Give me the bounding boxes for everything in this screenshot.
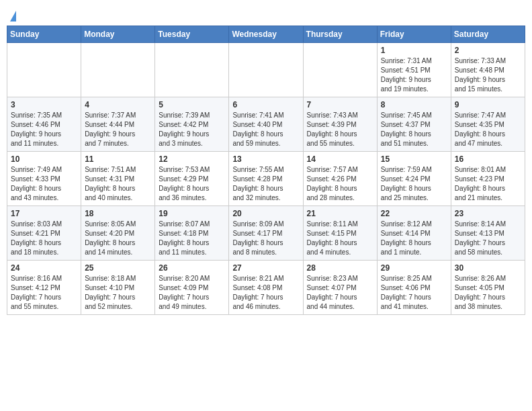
day-info: Sunrise: 7:55 AM Sunset: 4:28 PM Dayligh… [232,165,299,203]
day-number: 1 [381,46,447,55]
calendar-header: SundayMondayTuesdayWednesdayThursdayFrid… [7,26,525,43]
calendar-cell: 17Sunrise: 8:03 AM Sunset: 4:21 PM Dayli… [7,206,81,261]
calendar-cell: 6Sunrise: 7:41 AM Sunset: 4:40 PM Daylig… [229,97,303,152]
calendar-cell: 12Sunrise: 7:53 AM Sunset: 4:29 PM Dayli… [155,152,229,206]
day-info: Sunrise: 8:01 AM Sunset: 4:23 PM Dayligh… [455,165,521,203]
page-header [7,7,525,21]
day-number: 15 [381,154,447,164]
day-info: Sunrise: 8:20 AM Sunset: 4:09 PM Dayligh… [159,274,225,312]
day-number: 4 [85,100,151,109]
day-info: Sunrise: 7:59 AM Sunset: 4:24 PM Dayligh… [381,165,447,203]
day-info: Sunrise: 8:23 AM Sunset: 4:07 PM Dayligh… [307,274,373,312]
calendar-cell: 7Sunrise: 7:43 AM Sunset: 4:39 PM Daylig… [303,97,377,152]
calendar-cell: 25Sunrise: 8:18 AM Sunset: 4:10 PM Dayli… [81,261,155,315]
day-of-week-header: Saturday [451,26,525,43]
calendar-cell: 23Sunrise: 8:14 AM Sunset: 4:13 PM Dayli… [451,206,525,261]
day-info: Sunrise: 7:53 AM Sunset: 4:29 PM Dayligh… [159,165,225,203]
day-info: Sunrise: 7:37 AM Sunset: 4:44 PM Dayligh… [85,111,151,148]
day-info: Sunrise: 7:43 AM Sunset: 4:39 PM Dayligh… [307,111,373,148]
calendar-cell: 1Sunrise: 7:31 AM Sunset: 4:51 PM Daylig… [377,43,451,97]
day-info: Sunrise: 8:03 AM Sunset: 4:21 PM Dayligh… [11,220,77,257]
calendar-cell: 26Sunrise: 8:20 AM Sunset: 4:09 PM Dayli… [155,261,229,315]
day-number: 10 [11,154,77,164]
calendar-cell [81,43,155,97]
calendar-cell [155,43,229,97]
day-of-week-header: Sunday [7,26,81,43]
day-number: 14 [307,154,373,164]
day-info: Sunrise: 8:16 AM Sunset: 4:12 PM Dayligh… [11,274,77,312]
day-info: Sunrise: 7:47 AM Sunset: 4:35 PM Dayligh… [455,111,521,148]
day-number: 13 [232,154,299,164]
day-info: Sunrise: 8:07 AM Sunset: 4:18 PM Dayligh… [159,220,225,257]
day-of-week-header: Monday [81,26,155,43]
calendar-cell [229,43,303,97]
calendar-cell: 20Sunrise: 8:09 AM Sunset: 4:17 PM Dayli… [229,206,303,261]
day-of-week-header: Thursday [303,26,377,43]
day-number: 7 [307,100,373,109]
day-number: 27 [232,263,299,273]
day-number: 9 [455,100,521,109]
day-number: 17 [11,209,77,218]
calendar-cell: 9Sunrise: 7:47 AM Sunset: 4:35 PM Daylig… [451,97,525,152]
day-number: 25 [85,263,151,273]
day-number: 29 [381,263,447,273]
calendar-cell: 27Sunrise: 8:21 AM Sunset: 4:08 PM Dayli… [229,261,303,315]
day-number: 28 [307,263,373,273]
day-of-week-header: Friday [377,26,451,43]
calendar-cell: 22Sunrise: 8:12 AM Sunset: 4:14 PM Dayli… [377,206,451,261]
logo-triangle-icon [10,11,16,21]
logo [9,7,16,21]
day-info: Sunrise: 7:41 AM Sunset: 4:40 PM Dayligh… [232,111,299,148]
day-number: 2 [455,46,521,55]
day-info: Sunrise: 8:21 AM Sunset: 4:08 PM Dayligh… [232,274,299,312]
calendar-cell: 30Sunrise: 8:26 AM Sunset: 4:05 PM Dayli… [451,261,525,315]
day-number: 11 [85,154,151,164]
calendar-week-row: 24Sunrise: 8:16 AM Sunset: 4:12 PM Dayli… [7,261,525,315]
day-info: Sunrise: 8:05 AM Sunset: 4:20 PM Dayligh… [85,220,151,257]
day-info: Sunrise: 8:09 AM Sunset: 4:17 PM Dayligh… [232,220,299,257]
day-number: 20 [232,209,299,218]
day-number: 6 [232,100,299,109]
calendar-cell: 18Sunrise: 8:05 AM Sunset: 4:20 PM Dayli… [81,206,155,261]
day-number: 26 [159,263,225,273]
calendar-cell: 29Sunrise: 8:25 AM Sunset: 4:06 PM Dayli… [377,261,451,315]
day-number: 16 [455,154,521,164]
calendar-cell: 4Sunrise: 7:37 AM Sunset: 4:44 PM Daylig… [81,97,155,152]
day-number: 23 [455,209,521,218]
day-info: Sunrise: 8:26 AM Sunset: 4:05 PM Dayligh… [455,274,521,312]
day-number: 12 [159,154,225,164]
calendar-week-row: 1Sunrise: 7:31 AM Sunset: 4:51 PM Daylig… [7,43,525,97]
day-number: 30 [455,263,521,273]
calendar-cell: 19Sunrise: 8:07 AM Sunset: 4:18 PM Dayli… [155,206,229,261]
calendar-cell: 5Sunrise: 7:39 AM Sunset: 4:42 PM Daylig… [155,97,229,152]
day-number: 5 [159,100,225,109]
day-info: Sunrise: 8:25 AM Sunset: 4:06 PM Dayligh… [381,274,447,312]
day-number: 8 [381,100,447,109]
day-info: Sunrise: 8:12 AM Sunset: 4:14 PM Dayligh… [381,220,447,257]
calendar-week-row: 3Sunrise: 7:35 AM Sunset: 4:46 PM Daylig… [7,97,525,152]
day-info: Sunrise: 7:31 AM Sunset: 4:51 PM Dayligh… [381,56,447,94]
day-number: 3 [11,100,77,109]
day-info: Sunrise: 7:39 AM Sunset: 4:42 PM Dayligh… [159,111,225,148]
day-info: Sunrise: 7:45 AM Sunset: 4:37 PM Dayligh… [381,111,447,148]
calendar-week-row: 10Sunrise: 7:49 AM Sunset: 4:33 PM Dayli… [7,152,525,206]
day-number: 22 [381,209,447,218]
calendar-cell: 16Sunrise: 8:01 AM Sunset: 4:23 PM Dayli… [451,152,525,206]
calendar-cell: 28Sunrise: 8:23 AM Sunset: 4:07 PM Dayli… [303,261,377,315]
day-info: Sunrise: 7:35 AM Sunset: 4:46 PM Dayligh… [11,111,77,148]
calendar-cell: 24Sunrise: 8:16 AM Sunset: 4:12 PM Dayli… [7,261,81,315]
day-info: Sunrise: 7:33 AM Sunset: 4:48 PM Dayligh… [455,56,521,94]
calendar-cell [303,43,377,97]
calendar-cell [7,43,81,97]
day-info: Sunrise: 7:49 AM Sunset: 4:33 PM Dayligh… [11,165,77,203]
day-info: Sunrise: 8:18 AM Sunset: 4:10 PM Dayligh… [85,274,151,312]
day-of-week-header: Wednesday [229,26,303,43]
calendar-cell: 3Sunrise: 7:35 AM Sunset: 4:46 PM Daylig… [7,97,81,152]
day-info: Sunrise: 7:57 AM Sunset: 4:26 PM Dayligh… [307,165,373,203]
day-info: Sunrise: 8:11 AM Sunset: 4:15 PM Dayligh… [307,220,373,257]
calendar-table: SundayMondayTuesdayWednesdayThursdayFrid… [7,26,525,315]
calendar-week-row: 17Sunrise: 8:03 AM Sunset: 4:21 PM Dayli… [7,206,525,261]
calendar-cell: 2Sunrise: 7:33 AM Sunset: 4:48 PM Daylig… [451,43,525,97]
calendar-cell: 21Sunrise: 8:11 AM Sunset: 4:15 PM Dayli… [303,206,377,261]
day-info: Sunrise: 8:14 AM Sunset: 4:13 PM Dayligh… [455,220,521,257]
